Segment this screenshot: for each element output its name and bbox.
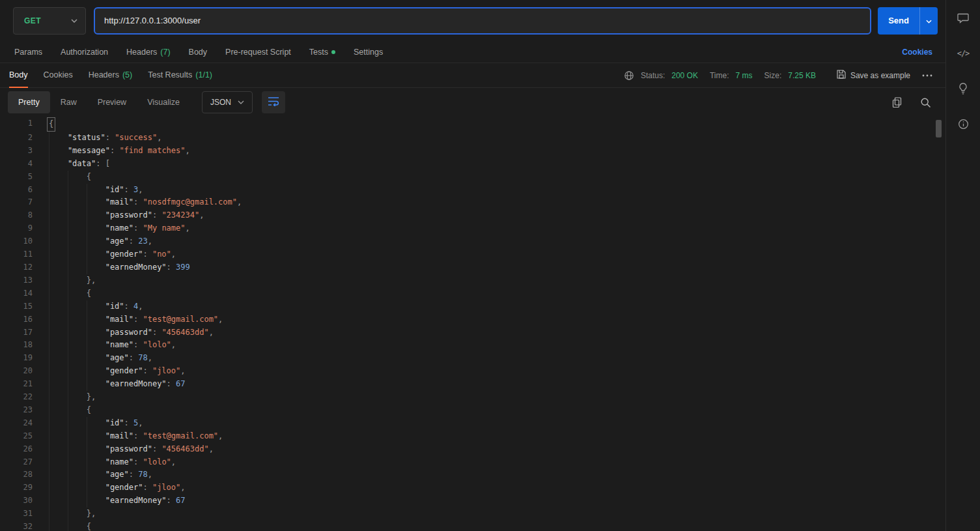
code-lines: 1{2"status": "success",3"message": "find… — [0, 117, 945, 531]
copy-icon[interactable] — [892, 97, 902, 108]
response-tab-cookies[interactable]: Cookies — [44, 63, 73, 88]
code-line: 24"id": 5, — [0, 417, 945, 430]
code-line: 1{ — [0, 117, 945, 132]
view-tab-raw[interactable]: Raw — [50, 91, 87, 113]
tab-authorization[interactable]: Authorization — [61, 48, 108, 57]
code-token: "lolo" — [143, 456, 171, 469]
indent-guide — [49, 235, 68, 248]
indent-guide — [68, 352, 87, 365]
code-token: : — [167, 495, 176, 508]
response-tab-body[interactable]: Body — [9, 63, 28, 88]
code-snippet-icon[interactable]: </> — [957, 47, 970, 60]
line-number: 17 — [0, 326, 33, 339]
line-number: 32 — [0, 521, 33, 531]
code-line: 26"password": "456463dd", — [0, 443, 945, 456]
save-as-example-button[interactable]: Save as example — [837, 70, 910, 81]
code-token: , — [148, 468, 152, 481]
time-value: 7 ms — [736, 71, 753, 80]
code-line: 11"gender": "no", — [0, 248, 945, 261]
method-dropdown[interactable]: GET — [13, 7, 86, 35]
indent-guide — [49, 521, 68, 531]
code-line-content: "gender": "jloo", — [33, 481, 186, 495]
vertical-scrollbar[interactable] — [936, 120, 942, 137]
search-icon[interactable] — [920, 97, 931, 108]
tab-params[interactable]: Params — [14, 48, 42, 57]
code-token: }, — [87, 508, 96, 521]
wrap-lines-button[interactable] — [262, 91, 285, 113]
tab-label: Cookies — [44, 70, 73, 79]
network-globe-icon[interactable] — [624, 70, 634, 81]
indent-guide — [87, 326, 105, 339]
tab-tests[interactable]: Tests — [309, 48, 335, 57]
line-number: 6 — [0, 184, 33, 197]
url-input[interactable] — [94, 7, 871, 35]
indent-guide — [68, 313, 87, 326]
tab-body[interactable]: Body — [189, 48, 208, 57]
indent-guide — [49, 145, 68, 158]
code-token: : — [133, 222, 143, 235]
code-line: 16"mail": "test@gmail.com", — [0, 313, 945, 326]
code-line: 21"earnedMoney": 67 — [0, 378, 945, 391]
send-button[interactable]: Send — [878, 7, 919, 35]
indent-guide — [68, 300, 87, 313]
indent-guide — [49, 352, 68, 365]
code-token: "jloo" — [152, 365, 180, 378]
send-options-button[interactable] — [919, 7, 938, 35]
response-tab-test-results[interactable]: Test Results (1/1) — [148, 63, 212, 88]
response-tab-headers[interactable]: Headers (5) — [89, 63, 133, 88]
lightbulb-icon[interactable] — [957, 82, 970, 95]
info-icon[interactable] — [957, 117, 970, 130]
code-token: , — [171, 456, 176, 469]
code-token: : — [152, 326, 161, 339]
view-tab-visualize[interactable]: Visualize — [137, 91, 190, 113]
indent-guide — [68, 404, 87, 417]
indent-guide — [49, 417, 68, 430]
tab-settings[interactable]: Settings — [354, 48, 383, 57]
line-number: 21 — [0, 378, 33, 391]
indent-guide — [68, 521, 87, 531]
view-tab-pretty[interactable]: Pretty — [8, 91, 50, 113]
code-token: : — [133, 456, 143, 469]
code-token: "password" — [105, 209, 152, 222]
indent-guide — [49, 430, 68, 443]
response-body-viewer[interactable]: 1{2"status": "success",3"message": "find… — [0, 117, 945, 531]
code-token: "test@gmail.com" — [143, 313, 218, 326]
indent-guide — [49, 300, 68, 313]
indent-guide — [68, 274, 87, 287]
indent-guide — [49, 495, 68, 508]
indent-guide — [68, 468, 87, 481]
save-as-example-label: Save as example — [850, 71, 910, 80]
code-token: { — [47, 117, 55, 132]
code-token: "gender" — [105, 248, 143, 261]
indent-guide — [49, 326, 68, 339]
status-label: Status: — [641, 71, 665, 80]
tab-pre-request-script[interactable]: Pre-request Script — [225, 48, 291, 57]
comments-icon[interactable] — [957, 12, 970, 25]
indent-guide — [87, 456, 105, 469]
code-token: : — [110, 145, 119, 158]
line-number: 14 — [0, 287, 33, 300]
tab-headers[interactable]: Headers (7) — [126, 48, 171, 57]
indent-guide — [87, 313, 105, 326]
format-dropdown[interactable]: JSON — [202, 91, 253, 113]
cookies-link[interactable]: Cookies — [902, 48, 932, 57]
indent-guide — [49, 222, 68, 235]
more-options-icon[interactable] — [922, 74, 932, 77]
send-split-button: Send — [878, 7, 938, 35]
tab-label: Test Results — [148, 70, 192, 79]
indent-guide — [87, 495, 105, 508]
indent-guide — [87, 222, 105, 235]
code-token: , — [180, 365, 185, 378]
indent-guide — [68, 495, 87, 508]
code-token: : — [133, 430, 143, 443]
indent-guide — [87, 235, 105, 248]
line-number: 29 — [0, 481, 33, 495]
view-tab-preview[interactable]: Preview — [87, 91, 137, 113]
code-token: : — [129, 468, 138, 481]
code-token: "password" — [105, 326, 152, 339]
code-line: 27"name": "lolo", — [0, 456, 945, 469]
code-token: "mail" — [105, 430, 133, 443]
indent-guide — [87, 430, 105, 443]
line-number: 19 — [0, 352, 33, 365]
response-tabs: Body Cookies Headers (5) Test Results (1… — [9, 63, 212, 87]
